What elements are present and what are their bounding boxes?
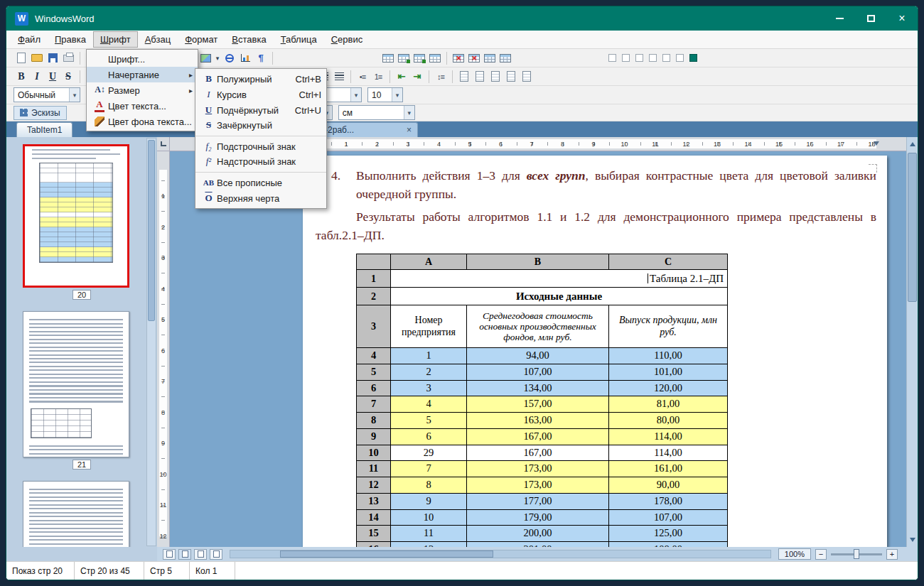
insert-hyperlink-button[interactable] bbox=[222, 50, 237, 66]
zoom-in-button[interactable]: + bbox=[886, 549, 898, 560]
view-mode-normal-button[interactable] bbox=[163, 549, 176, 560]
open-button[interactable] bbox=[29, 50, 45, 66]
submenu-item[interactable]: S Зачёркнутый bbox=[195, 118, 326, 136]
style-combo[interactable]: Обычный ▾ bbox=[14, 87, 80, 102]
header-cell-c[interactable]: Выпуск продукции, млн руб. bbox=[609, 305, 728, 348]
scroll-up-button[interactable] bbox=[907, 137, 918, 148]
cell-a[interactable]: 11 bbox=[391, 526, 467, 542]
cell-c[interactable]: 90,00 bbox=[609, 477, 728, 494]
table-subtitle-row[interactable]: 2 Исходные данные bbox=[357, 288, 728, 305]
insert-table-button[interactable] bbox=[380, 50, 396, 66]
strikethrough-button[interactable]: S bbox=[60, 69, 76, 85]
header-cell-b[interactable]: Среднегодовая стоимость основных произво… bbox=[467, 305, 609, 348]
page-container[interactable]: 4.Выполнить действия 1–3 для всех групп,… bbox=[170, 151, 906, 547]
menubar-item[interactable]: Шрифт bbox=[93, 31, 138, 48]
cell-a[interactable]: 10 bbox=[391, 509, 467, 526]
table-row[interactable]: 8 5 163,00 80,00 bbox=[357, 413, 728, 429]
zoom-out-button[interactable]: − bbox=[815, 549, 827, 560]
submenu-item[interactable]: f² Надстрочный знак bbox=[195, 154, 326, 173]
cell-b[interactable]: 167,00 bbox=[467, 445, 609, 461]
zoom-level[interactable]: 100% bbox=[778, 548, 811, 560]
menubar-item[interactable]: Сервис bbox=[324, 31, 370, 48]
border-inner-checkbox[interactable] bbox=[635, 54, 643, 62]
cell-b[interactable]: 134,00 bbox=[467, 380, 609, 396]
line-spacing-button[interactable]: ↕≡ bbox=[433, 69, 448, 85]
table-caption-row[interactable]: 1 Таблица 2.1–ДП bbox=[357, 270, 728, 288]
font-menu-item[interactable]: Начертание ▸ bbox=[87, 67, 198, 82]
table-row[interactable]: 9 6 167,00 114,00 bbox=[357, 428, 728, 445]
table-row[interactable]: 15 11 200,00 125,00 bbox=[357, 526, 728, 542]
increase-indent-button[interactable]: ⇥ bbox=[409, 69, 425, 85]
column-letter-b[interactable]: B bbox=[467, 254, 609, 270]
insert-column-button[interactable] bbox=[412, 50, 427, 66]
page-layout-width-button[interactable] bbox=[488, 69, 503, 85]
split-cells-button[interactable] bbox=[498, 50, 513, 66]
chevron-down-icon[interactable]: ▾ bbox=[69, 88, 80, 102]
column-letter-a[interactable]: A bbox=[391, 254, 467, 270]
cell-c[interactable]: 161,00 bbox=[609, 461, 728, 477]
thumbnail-page-22[interactable] bbox=[23, 481, 129, 547]
table-row[interactable]: 5 2 107,00 101,00 bbox=[357, 364, 728, 380]
cell-b[interactable]: 163,00 bbox=[467, 413, 609, 429]
column-letter-c[interactable]: C bbox=[609, 254, 728, 270]
paragraph[interactable]: Результаты работы алгоритмов 1.1 и 1.2 д… bbox=[316, 207, 876, 245]
table-row[interactable]: 11 7 173,00 161,00 bbox=[357, 461, 728, 477]
cell-a[interactable]: 3 bbox=[391, 380, 467, 396]
thumbnails-scrollbar-thumb[interactable] bbox=[148, 140, 155, 321]
scrollbar-thumb[interactable] bbox=[908, 153, 917, 302]
font-size-combo[interactable]: 10 ▾ bbox=[367, 87, 403, 102]
menubar-item[interactable]: Таблица bbox=[274, 31, 324, 48]
cell-c[interactable]: 101,00 bbox=[609, 364, 728, 380]
merge-cells-button[interactable] bbox=[482, 50, 498, 66]
menubar-item[interactable]: Вставка bbox=[225, 31, 273, 48]
decrease-indent-button[interactable]: ⇤ bbox=[394, 69, 409, 85]
border-outer-checkbox[interactable] bbox=[622, 54, 630, 62]
thumbnails-scrollbar[interactable] bbox=[146, 138, 156, 546]
show-formatting-button[interactable]: ¶ bbox=[253, 50, 269, 66]
cell-a[interactable]: 4 bbox=[391, 396, 467, 413]
cell-b[interactable]: 179,00 bbox=[467, 509, 609, 526]
italic-button[interactable]: I bbox=[29, 69, 45, 85]
cell-c[interactable]: 108,00 bbox=[609, 542, 728, 548]
table-row[interactable]: 4 1 94,00 110,00 bbox=[357, 348, 728, 364]
submenu-item[interactable]: I Курсив Ctrl+I bbox=[195, 87, 326, 102]
insert-image-dropdown[interactable]: ▾ bbox=[213, 50, 222, 66]
menubar-item[interactable]: Формат bbox=[178, 31, 225, 48]
new-document-button[interactable] bbox=[14, 50, 29, 66]
border-right-checkbox[interactable] bbox=[662, 54, 670, 62]
table-row[interactable]: 14 10 179,00 107,00 bbox=[357, 509, 728, 526]
border-left-checkbox[interactable] bbox=[649, 54, 657, 62]
cell-b[interactable]: 173,00 bbox=[467, 477, 609, 494]
units-combo[interactable]: см ▾ bbox=[338, 105, 415, 120]
tab-close-icon[interactable]: × bbox=[407, 125, 412, 135]
document-text[interactable]: 4.Выполнить действия 1–3 для всех групп,… bbox=[303, 156, 887, 547]
table-subtitle-cell[interactable]: Исходные данные bbox=[391, 288, 728, 305]
table-row[interactable]: 10 29 167,00 114,00 bbox=[357, 445, 728, 461]
border-all-checkbox[interactable] bbox=[676, 54, 684, 62]
font-menu-item[interactable]: Шрифт... bbox=[87, 51, 198, 67]
close-button[interactable]: × bbox=[886, 6, 918, 31]
cell-b[interactable]: 173,00 bbox=[467, 461, 609, 477]
cell-c[interactable]: 114,00 bbox=[609, 428, 728, 445]
cell-b[interactable]: 177,00 bbox=[467, 493, 609, 509]
save-button[interactable] bbox=[45, 50, 60, 66]
chevron-down-icon[interactable]: ▾ bbox=[392, 88, 402, 102]
cell-c[interactable]: 107,00 bbox=[609, 509, 728, 526]
table-properties-button[interactable] bbox=[427, 50, 443, 66]
menubar-item[interactable]: Файл bbox=[11, 31, 48, 48]
border-none-checkbox[interactable] bbox=[608, 54, 616, 62]
vertical-ruler[interactable]: 123456789101112 bbox=[157, 151, 170, 547]
page-layout-two-button[interactable] bbox=[472, 69, 488, 85]
print-button[interactable] bbox=[60, 50, 76, 66]
table-row[interactable]: 7 4 157,00 81,00 bbox=[357, 396, 728, 413]
document-page[interactable]: 4.Выполнить действия 1–3 для всех групп,… bbox=[303, 156, 887, 547]
cell-b[interactable]: 167,00 bbox=[467, 428, 609, 445]
cell-a[interactable]: 2 bbox=[391, 364, 467, 380]
insert-image-button[interactable] bbox=[198, 50, 213, 66]
table-row[interactable]: 6 3 134,00 120,00 bbox=[357, 380, 728, 396]
scrollbar-thumb[interactable] bbox=[280, 550, 493, 558]
chevron-down-icon[interactable]: ▾ bbox=[404, 106, 414, 119]
view-mode-outline-button[interactable] bbox=[194, 549, 207, 560]
bullet-list-button[interactable]: •≡ bbox=[355, 69, 370, 85]
tab-tabitem1[interactable]: TabItem1 bbox=[16, 122, 72, 137]
